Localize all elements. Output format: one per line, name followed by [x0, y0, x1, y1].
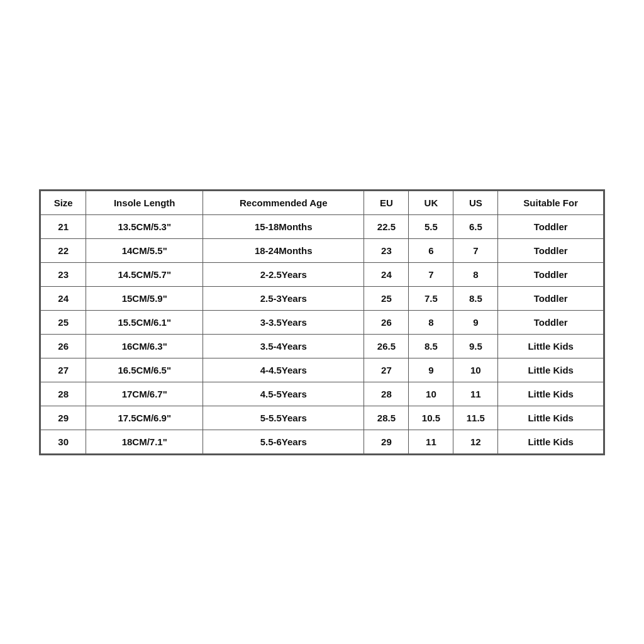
table-cell: Toddler — [498, 286, 604, 310]
table-cell: 5.5-6Years — [203, 430, 364, 453]
table-cell: Little Kids — [498, 334, 604, 358]
column-header-eu: EU — [364, 191, 409, 214]
table-row: 2415CM/5.9"2.5-3Years257.58.5Toddler — [41, 286, 604, 310]
table-header-row: SizeInsole LengthRecommended AgeEUUKUSSu… — [41, 191, 604, 214]
column-header-uk: UK — [409, 191, 453, 214]
table-row: 2113.5CM/5.3"15-18Months22.55.56.5Toddle… — [41, 214, 604, 238]
table-cell: 26.5 — [364, 334, 409, 358]
size-chart-container: SizeInsole LengthRecommended AgeEUUKUSSu… — [39, 189, 605, 455]
table-cell: Toddler — [498, 214, 604, 238]
table-cell: 11 — [453, 382, 498, 406]
table-cell: 16CM/6.3" — [86, 334, 203, 358]
table-cell: 8 — [409, 310, 453, 334]
table-row: 2314.5CM/5.7"2-2.5Years2478Toddler — [41, 262, 604, 286]
table-cell: 7 — [409, 262, 453, 286]
table-cell: 17CM/6.7" — [86, 382, 203, 406]
table-cell: 26 — [364, 310, 409, 334]
table-cell: 27 — [41, 358, 86, 382]
table-cell: 25 — [364, 286, 409, 310]
table-row: 3018CM/7.1"5.5-6Years291112Little Kids — [41, 430, 604, 453]
table-cell: 2-2.5Years — [203, 262, 364, 286]
table-cell: 9.5 — [453, 334, 498, 358]
table-cell: 3.5-4Years — [203, 334, 364, 358]
table-cell: Toddler — [498, 310, 604, 334]
table-cell: 28 — [41, 382, 86, 406]
table-cell: 23 — [364, 238, 409, 262]
size-chart-table: SizeInsole LengthRecommended AgeEUUKUSSu… — [40, 191, 604, 454]
table-cell: 10 — [409, 382, 453, 406]
table-cell: 24 — [41, 286, 86, 310]
table-row: 2716.5CM/6.5"4-4.5Years27910Little Kids — [41, 358, 604, 382]
table-cell: 18CM/7.1" — [86, 430, 203, 453]
table-cell: 11 — [409, 430, 453, 453]
table-cell: 9 — [409, 358, 453, 382]
table-cell: 14CM/5.5" — [86, 238, 203, 262]
table-cell: 24 — [364, 262, 409, 286]
table-cell: 27 — [364, 358, 409, 382]
table-cell: Little Kids — [498, 406, 604, 430]
table-cell: 18-24Months — [203, 238, 364, 262]
table-cell: 4.5-5Years — [203, 382, 364, 406]
table-row: 2917.5CM/6.9"5-5.5Years28.510.511.5Littl… — [41, 406, 604, 430]
table-row: 2214CM/5.5"18-24Months2367Toddler — [41, 238, 604, 262]
table-cell: 4-4.5Years — [203, 358, 364, 382]
table-cell: 22.5 — [364, 214, 409, 238]
table-cell: 8.5 — [453, 286, 498, 310]
table-cell: 7 — [453, 238, 498, 262]
table-cell: Toddler — [498, 238, 604, 262]
table-cell: 13.5CM/5.3" — [86, 214, 203, 238]
table-cell: Little Kids — [498, 382, 604, 406]
table-cell: 26 — [41, 334, 86, 358]
column-header-size: Size — [41, 191, 86, 214]
table-cell: 6 — [409, 238, 453, 262]
table-cell: 14.5CM/5.7" — [86, 262, 203, 286]
column-header-recommended-age: Recommended Age — [203, 191, 364, 214]
table-cell: 29 — [364, 430, 409, 453]
table-row: 2515.5CM/6.1"3-3.5Years2689Toddler — [41, 310, 604, 334]
table-cell: 8 — [453, 262, 498, 286]
table-cell: 6.5 — [453, 214, 498, 238]
table-cell: 10.5 — [409, 406, 453, 430]
column-header-suitable-for: Suitable For — [498, 191, 604, 214]
table-cell: 15-18Months — [203, 214, 364, 238]
table-cell: 12 — [453, 430, 498, 453]
table-row: 2817CM/6.7"4.5-5Years281011Little Kids — [41, 382, 604, 406]
table-cell: 22 — [41, 238, 86, 262]
table-cell: 9 — [453, 310, 498, 334]
table-cell: 3-3.5Years — [203, 310, 364, 334]
table-cell: 21 — [41, 214, 86, 238]
table-cell: 15CM/5.9" — [86, 286, 203, 310]
table-cell: 5.5 — [409, 214, 453, 238]
table-cell: Little Kids — [498, 430, 604, 453]
table-cell: 28 — [364, 382, 409, 406]
table-cell: 16.5CM/6.5" — [86, 358, 203, 382]
column-header-us: US — [453, 191, 498, 214]
table-cell: 23 — [41, 262, 86, 286]
table-cell: 25 — [41, 310, 86, 334]
table-cell: 5-5.5Years — [203, 406, 364, 430]
table-cell: 11.5 — [453, 406, 498, 430]
table-cell: Little Kids — [498, 358, 604, 382]
column-header-insole-length: Insole Length — [86, 191, 203, 214]
table-cell: Toddler — [498, 262, 604, 286]
table-row: 2616CM/6.3"3.5-4Years26.58.59.5Little Ki… — [41, 334, 604, 358]
table-cell: 10 — [453, 358, 498, 382]
table-cell: 7.5 — [409, 286, 453, 310]
table-cell: 28.5 — [364, 406, 409, 430]
table-cell: 30 — [41, 430, 86, 453]
table-cell: 2.5-3Years — [203, 286, 364, 310]
table-cell: 29 — [41, 406, 86, 430]
table-cell: 17.5CM/6.9" — [86, 406, 203, 430]
table-cell: 8.5 — [409, 334, 453, 358]
table-cell: 15.5CM/6.1" — [86, 310, 203, 334]
